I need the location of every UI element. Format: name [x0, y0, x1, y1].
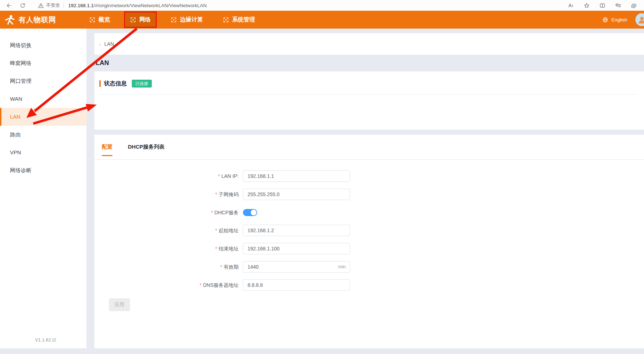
scan-icon — [223, 17, 229, 23]
sidebar-item-port-management[interactable]: 网口管理 — [0, 72, 86, 90]
warning-icon — [38, 3, 44, 9]
read-aloud-icon — [568, 3, 574, 9]
address-bar[interactable]: 不安全 192.168.1.1/#/origin/network/ViewNet… — [38, 2, 206, 9]
nav-label: 概览 — [99, 16, 110, 24]
refresh-button[interactable] — [17, 1, 28, 10]
form-row-lan-ip: *LAN IP: — [94, 170, 644, 182]
sidebar-item-cellular[interactable]: 蜂窝网络 — [0, 54, 86, 72]
field-label: 子网掩码 — [219, 191, 239, 197]
favorites-list-icon — [615, 3, 621, 9]
scan-icon — [171, 17, 177, 23]
usr-logo-icon — [4, 14, 15, 25]
main-nav: 概览 网络 边缘计算 系统管理 — [83, 11, 269, 29]
back-button[interactable] — [4, 1, 14, 10]
connection-status-badge: 已连接 — [132, 80, 152, 88]
tab-label: DHCP服务列表 — [128, 144, 165, 150]
tab-bar: 配置 DHCP服务列表 — [94, 135, 644, 160]
back-icon — [6, 3, 12, 9]
breadcrumb: › LAN — [94, 33, 644, 55]
favorite-button[interactable] — [581, 1, 592, 10]
url-text: 192.168.1.1/#/origin/network/ViewNetwork… — [68, 3, 206, 8]
sidebar-item-wan[interactable]: WAN — [0, 90, 86, 108]
scan-icon — [130, 17, 136, 23]
app-header: 有人物联网 概览 网络 边缘计算 系统管理 English — [0, 11, 644, 29]
start-address-input[interactable] — [243, 225, 350, 236]
address-separator — [64, 3, 64, 8]
lease-time-input[interactable] — [243, 261, 350, 273]
field-label: 起始地址 — [219, 228, 239, 233]
lan-ip-input[interactable] — [243, 170, 350, 182]
status-section-title: 状态信息 — [104, 80, 127, 88]
firmware-version: V1.1.62.t2 — [35, 337, 56, 343]
form-row-dhcp-service: *DHCP服务 — [94, 209, 644, 216]
globe-icon — [602, 17, 608, 23]
nav-label: 网络 — [139, 16, 151, 24]
dhcp-toggle[interactable] — [243, 209, 257, 216]
user-icon — [637, 15, 644, 24]
browser-toolbar: 不安全 192.168.1.1/#/origin/network/ViewNet… — [0, 0, 644, 11]
language-switch[interactable]: English — [611, 17, 627, 23]
favorites-list-button[interactable] — [613, 1, 623, 10]
nav-label: 边缘计算 — [180, 16, 203, 24]
nav-label: 系统管理 — [232, 16, 255, 24]
tab-config[interactable]: 配置 — [102, 135, 113, 159]
netmask-input[interactable] — [243, 189, 350, 200]
form-row-end-address: *结束地址 — [94, 243, 644, 254]
form-row-lease-time: *有效期 min — [94, 261, 644, 273]
url-path: /#/origin/network/ViewNetworkLAN/ViewNet… — [94, 3, 206, 8]
required-marker: * — [215, 228, 217, 233]
refresh-icon — [20, 3, 26, 9]
nav-item-system-management[interactable]: 系统管理 — [217, 11, 261, 28]
page-title: LAN — [94, 55, 644, 71]
form-row-dns-server: *DNS服务器地址 — [94, 279, 644, 291]
user-avatar[interactable] — [635, 13, 644, 26]
sidebar-item-network-switch[interactable]: 网络切换 — [0, 36, 86, 54]
collections-button[interactable] — [628, 1, 639, 10]
form-row-netmask: *子网掩码 — [94, 189, 644, 200]
split-screen-icon — [599, 3, 605, 9]
form-row-start-address: *起始地址 — [94, 225, 644, 236]
security-label: 不安全 — [46, 2, 60, 9]
required-marker: * — [220, 264, 222, 270]
field-label: DNS服务器地址 — [203, 282, 239, 288]
sidebar-item-network-diagnosis[interactable]: 网络诊断 — [0, 161, 86, 179]
nav-item-edge-computing[interactable]: 边缘计算 — [165, 11, 209, 28]
config-card: 配置 DHCP服务列表 *LAN IP: *子网掩码 *DHCP服务 *起始地址… — [94, 135, 644, 348]
brand-name: 有人物联网 — [19, 15, 56, 25]
sidebar-item-routing[interactable]: 路由 — [0, 126, 86, 144]
nav-item-overview[interactable]: 概览 — [83, 11, 116, 28]
nav-item-network[interactable]: 网络 — [124, 11, 157, 28]
active-tab-underline — [102, 155, 113, 156]
breadcrumb-separator-icon: › — [99, 41, 101, 47]
toggle-knob — [251, 210, 256, 215]
section-divider — [99, 94, 637, 95]
field-label: 有效期 — [224, 264, 239, 270]
tab-dhcp-list[interactable]: DHCP服务列表 — [128, 135, 165, 159]
apply-button[interactable]: 应用 — [109, 298, 130, 311]
brand: 有人物联网 — [4, 14, 78, 25]
sidebar-item-lan[interactable]: LAN — [0, 108, 86, 126]
status-card: 状态信息 已连接 IP: 192.168.1.1 子网掩码: 255.255.2… — [94, 71, 644, 130]
scan-icon — [89, 17, 95, 23]
required-marker: * — [215, 246, 217, 251]
tab-label: 配置 — [102, 144, 113, 150]
sidebar-item-vpn[interactable]: VPN — [0, 144, 86, 161]
favorite-star-icon — [584, 3, 590, 9]
required-marker: * — [200, 282, 201, 288]
required-marker: * — [215, 191, 217, 197]
url-host: 192.168.1.1 — [68, 3, 94, 8]
collections-icon — [631, 3, 637, 9]
required-marker: * — [218, 173, 220, 179]
field-label: LAN IP: — [221, 173, 239, 179]
end-address-input[interactable] — [243, 243, 350, 254]
field-label: 结束地址 — [219, 246, 239, 251]
dns-server-input[interactable] — [243, 279, 350, 291]
split-screen-button[interactable] — [597, 1, 608, 10]
field-label: DHCP服务 — [214, 210, 239, 215]
breadcrumb-current: LAN — [104, 41, 114, 47]
required-marker: * — [211, 210, 213, 215]
sidebar: 网络切换 蜂窝网络 网口管理 WAN LAN 路由 VPN 网络诊断 V1.1.… — [0, 29, 87, 348]
read-aloud-button[interactable] — [565, 1, 576, 10]
section-accent-bar — [99, 80, 101, 87]
